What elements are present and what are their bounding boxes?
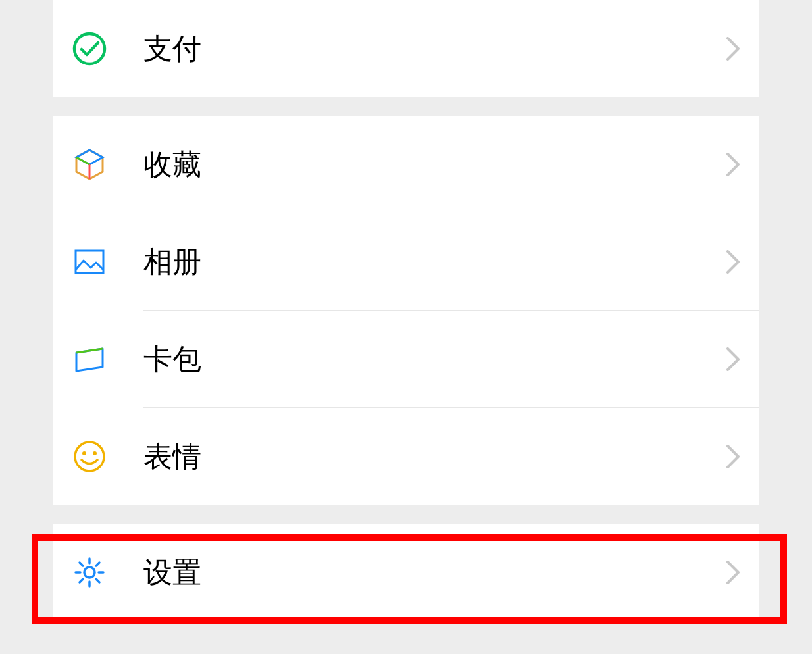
svg-point-2: [75, 442, 104, 471]
chevron-right-icon: [726, 445, 740, 468]
menu-item-label: 卡包: [143, 340, 726, 379]
menu-item-label: 收藏: [143, 145, 726, 184]
menu-item-label: 设置: [143, 553, 726, 592]
menu-group-tools: 收藏 相册: [53, 116, 759, 505]
svg-point-3: [82, 451, 86, 455]
chevron-right-icon: [726, 347, 740, 371]
album-photo-icon: [72, 245, 107, 279]
menu-item-album[interactable]: 相册: [53, 213, 759, 311]
svg-point-0: [74, 34, 105, 64]
favorites-cube-icon: [72, 147, 107, 182]
chevron-right-icon: [726, 153, 740, 176]
chevron-right-icon: [726, 250, 740, 274]
menu-item-label: 支付: [143, 30, 726, 68]
cards-wallet-icon: [72, 342, 107, 376]
menu-group-pay: 支付: [53, 0, 759, 97]
menu-item-cards[interactable]: 卡包: [53, 311, 759, 408]
emoji-smile-icon: [72, 440, 107, 474]
menu-group-settings: 设置: [53, 524, 759, 621]
svg-rect-1: [76, 251, 103, 273]
menu-item-settings[interactable]: 设置: [53, 524, 759, 621]
gear-icon: [72, 555, 107, 590]
menu-item-emoji[interactable]: 表情: [53, 408, 759, 505]
chevron-right-icon: [726, 37, 740, 61]
menu-item-label: 表情: [143, 438, 726, 476]
svg-point-4: [93, 451, 97, 455]
menu-item-pay[interactable]: 支付: [53, 0, 759, 97]
svg-point-5: [84, 567, 95, 578]
chevron-right-icon: [726, 561, 740, 584]
wechat-pay-icon: [72, 32, 107, 66]
menu-item-favorites[interactable]: 收藏: [53, 116, 759, 213]
menu-item-label: 相册: [143, 243, 726, 282]
